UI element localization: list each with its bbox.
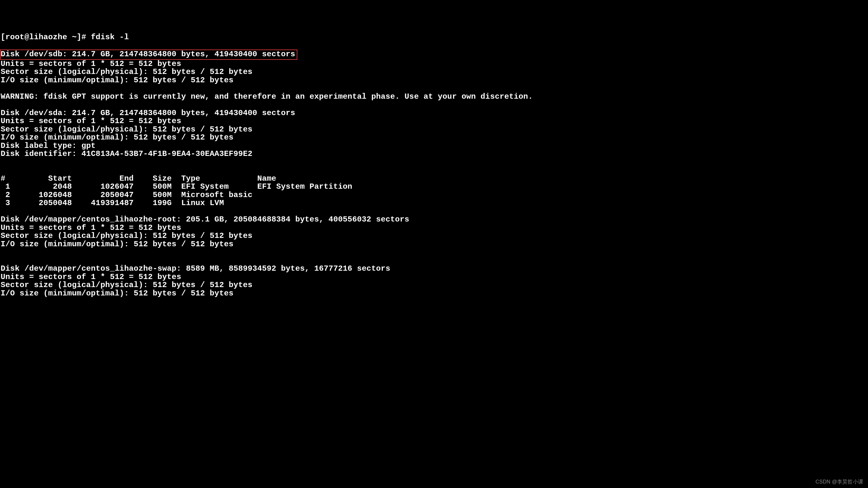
mapper-root-sector-size: Sector size (logical/physical): 512 byte…	[1, 232, 252, 240]
terminal-output: [root@lihaozhe ~]# fdisk -l Disk /dev/sd…	[0, 33, 868, 297]
sdb-units: Units = sectors of 1 * 512 = 512 bytes	[1, 59, 181, 68]
highlighted-disk-line: Disk /dev/sdb: 214.7 GB, 214748364800 by…	[0, 50, 298, 60]
sdb-io-size: I/O size (minimum/optimal): 512 bytes / …	[1, 76, 234, 85]
mapper-swap-io-size: I/O size (minimum/optimal): 512 bytes / …	[1, 289, 234, 298]
partition-table-header: # Start End Size Type Name	[1, 174, 276, 183]
partition-row: 2 1026048 2050047 500M Microsoft basic	[1, 191, 257, 199]
mapper-root-io-size: I/O size (minimum/optimal): 512 bytes / …	[1, 240, 234, 248]
sda-identifier: Disk identifier: 41C813A4-53B7-4F1B-9EA4…	[1, 150, 252, 158]
shell-prompt[interactable]: [root@lihaozhe ~]# fdisk -l	[1, 33, 129, 41]
gpt-warning: WARNING: fdisk GPT support is currently …	[1, 92, 533, 101]
partition-row: 3 2050048 419391487 199G Linux LVM	[1, 199, 257, 207]
sda-disk: Disk /dev/sda: 214.7 GB, 214748364800 by…	[1, 109, 295, 117]
sda-label-type: Disk label type: gpt	[1, 142, 96, 150]
sda-io-size: I/O size (minimum/optimal): 512 bytes / …	[1, 133, 234, 142]
partition-row: 1 2048 1026047 500M EFI System EFI Syste…	[1, 182, 352, 191]
mapper-root-units: Units = sectors of 1 * 512 = 512 bytes	[1, 223, 181, 232]
mapper-swap-units: Units = sectors of 1 * 512 = 512 bytes	[1, 273, 181, 281]
sda-sector-size: Sector size (logical/physical): 512 byte…	[1, 125, 252, 134]
mapper-swap-disk: Disk /dev/mapper/centos_lihaozhe-swap: 8…	[1, 264, 390, 273]
mapper-swap-sector-size: Sector size (logical/physical): 512 byte…	[1, 281, 252, 289]
mapper-root-disk: Disk /dev/mapper/centos_lihaozhe-root: 2…	[1, 215, 409, 224]
sdb-sector-size: Sector size (logical/physical): 512 byte…	[1, 67, 252, 76]
sda-units: Units = sectors of 1 * 512 = 512 bytes	[1, 117, 181, 125]
